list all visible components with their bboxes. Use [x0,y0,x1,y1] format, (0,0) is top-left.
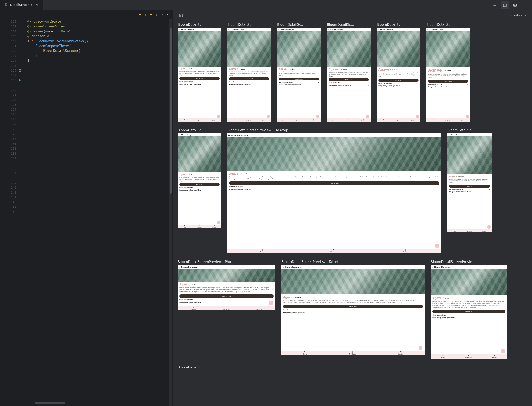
svg-point-4 [525,4,525,4]
warning-count-2: 1 [155,13,157,16]
check-icon [525,14,528,17]
code-only-view-icon[interactable] [491,1,499,9]
preview-label: BloomDetailScreenPrevie… [431,260,507,264]
preview-label: BloomDetailSc… [227,23,271,27]
editor-tab-bar: DetailScreen.kt [0,0,532,10]
preview-item[interactable]: BloomDetailSc… ≡BloomCompose Agave✓In st… [377,23,420,122]
preview-label: BloomDetailScreenPreview - Desktop [227,128,441,132]
warning-count-1: 6 [144,13,146,16]
svg-rect-7 [180,14,183,17]
preview-label: BloomDetailScreenPreview - Tablet [281,260,425,264]
preview-label: BloomDetailSc… [426,23,470,27]
preview-item[interactable]: BloomDetailSc… ≡BloomCompose Agave✓In st… [178,23,221,122]
preview-item[interactable]: BloomDetailScreenPrevie… ≡BloomCompose A… [431,260,507,359]
code-area[interactable]: 1061071081091101111121131141151161171181… [0,19,173,406]
editor-scrollbar[interactable] [169,19,172,406]
preview-item[interactable]: BloomDetailScreenPreview - Tablet ≡Bloom… [281,260,425,355]
run-gutter-icon[interactable] [18,78,21,83]
preview-item[interactable]: BloomDetailSc… ≡BloomCompose Agave✓In st… [426,23,470,122]
preview-canvas[interactable]: BloomDetailSc… ≡BloomCompose Agave✓In st… [173,20,532,406]
preview-item[interactable]: BloomDetailSc… ≡BloomCompose Agave✓In st… [178,128,221,228]
svg-rect-1 [505,4,506,7]
more-icon[interactable] [521,1,529,9]
code-body[interactable]: @PreviewFontScale@PreviewScreenSizes@Pre… [24,19,173,406]
next-highlight-icon[interactable] [167,13,170,16]
preview-item[interactable]: BloomDetailSc… ≡BloomCompose Agave✓In st… [327,23,370,122]
gutter-settings-icon[interactable] [18,68,21,73]
preview-item[interactable]: BloomDetailSc… [178,365,205,369]
compose-preview-panel: Up-to-date BloomDetailSc… ≡BloomCompose … [173,10,532,406]
file-tab-detailscreen[interactable]: DetailScreen.kt [0,0,43,10]
close-icon[interactable] [36,3,39,6]
preview-label: BloomDetailSc… [327,23,370,27]
preview-item[interactable]: BloomDetailSc… ≡BloomCompose Agave✓In st… [227,23,271,122]
warning-icon [149,13,153,17]
kotlin-file-icon [4,3,8,7]
horizontal-scrollbar[interactable] [35,402,66,404]
preview-item[interactable]: BloomDetailScreenPreview - Desktop ≡Bloo… [227,128,441,253]
svg-point-3 [514,4,515,5]
preview-label: BloomDetailSc… [178,365,205,369]
preview-layout-icon[interactable] [177,11,185,19]
svg-rect-0 [503,4,505,7]
preview-status-label: Up-to-date [506,14,523,17]
scrollbar-thumb[interactable] [170,28,171,194]
file-tab-label: DetailScreen.kt [10,3,33,7]
preview-item[interactable]: BloomDetailSc… ≡BloomCompose Agave✓In st… [277,23,321,122]
svg-point-6 [525,6,525,7]
preview-label: BloomDetailSc… [277,23,321,27]
design-view-icon[interactable] [511,1,519,9]
code-editor-panel: 6 1 106107108109110111112113114115116117… [0,10,173,406]
prev-highlight-icon[interactable] [160,13,163,16]
preview-label: BloomDetailSc… [178,128,221,132]
preview-item[interactable]: BloomDetailSc… ≡BloomCompose Agave✓In st… [447,128,492,232]
preview-label: BloomDetailSc… [447,128,492,132]
preview-toolbar: Up-to-date [173,10,532,20]
split-view-icon[interactable] [501,1,509,9]
warning-icon [138,13,141,17]
preview-item[interactable]: BloomDetailScreenPreview - Pho… ≡BloomCo… [178,260,275,311]
svg-point-5 [525,5,525,6]
preview-label: BloomDetailSc… [377,23,420,27]
inspection-bar[interactable]: 6 1 [0,10,173,19]
preview-label: BloomDetailScreenPreview - Pho… [178,260,275,264]
preview-label: BloomDetailSc… [178,23,221,27]
